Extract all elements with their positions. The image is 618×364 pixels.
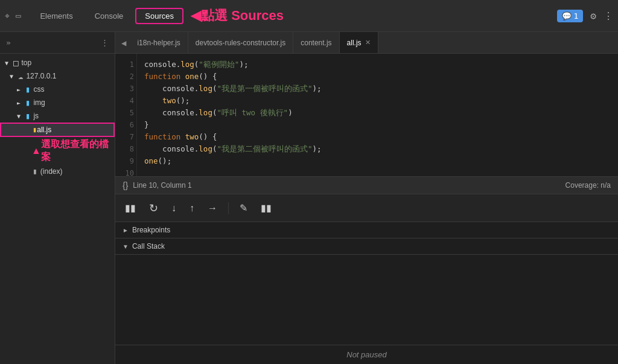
tab-label-content: content.js [301,39,331,47]
chat-icon: 💬 [562,11,572,21]
callstack-label: Call Stack [132,242,165,251]
breakpoints-header[interactable]: ► Breakpoints [115,222,618,238]
sources-annotation: ◀ 點選 Sources [191,7,284,25]
sidebar-more-icon[interactable]: ⋮ [101,38,109,47]
tab-label-alljs: all.js [347,39,362,47]
toolbar-right: 💬 1 ⚙ ⋮ [557,10,613,22]
notification-badge[interactable]: 💬 1 [557,10,584,22]
coverage-label: Coverage: n/a [565,181,611,190]
file-selection-annotation: ▲ 選取想查看的檔案 [0,137,115,165]
tree-label-server: 127.0.0.1 [26,72,56,80]
more-icon[interactable]: ⋮ [604,10,613,22]
js-folder-icon: ▮ [25,111,30,121]
chevron-right-img: ► [17,100,23,106]
tree-label-img: img [33,98,45,107]
tab-devtools[interactable]: devtools-rules-constructor.js [188,32,293,53]
tab-alljs[interactable]: all.js ✕ [340,32,378,53]
tree-label-top: top [21,59,31,67]
inspect-icon[interactable]: ▭ [16,11,21,21]
breakpoints-label: Breakpoints [132,226,170,234]
tree-css[interactable]: ► ▮ css [0,83,115,96]
sidebar-right-icons: ⋮ [101,38,109,47]
deactivate-btn[interactable]: ✎ [237,200,250,216]
main-toolbar: ⌖ ▭ Elements Console Sources ◀ 點選 Source… [0,0,618,32]
file-tree: ▼ □ top ▼ ☁ 127.0.0.1 ► ▮ css ► ▮ img [0,54,115,364]
sidebar-header: » ⋮ [0,32,115,54]
tab-label-devtools: devtools-rules-constructor.js [196,39,285,47]
callstack-chevron: ▼ [123,243,129,250]
file-annotation-label: 選取想查看的檔案 [41,138,110,164]
bottom-panels: ► Breakpoints ▼ Call Stack [115,222,618,345]
settings-icon[interactable]: ⚙ [590,10,596,22]
not-paused-text: Not paused [346,350,387,359]
editor-area: ◀ i18n-helper.js devtools-rules-construc… [115,32,618,364]
tab-console[interactable]: Console [85,8,133,24]
file-tabs: ◀ i18n-helper.js devtools-rules-construc… [115,32,618,54]
not-paused-bar: Not paused [115,345,618,364]
format-icon[interactable]: {} [123,180,128,190]
tree-top[interactable]: ▼ □ top [0,56,115,69]
tree-server[interactable]: ▼ ☁ 127.0.0.1 [0,69,115,83]
code-content[interactable]: console.log("範例開始"); function one() { co… [137,54,618,176]
sidebar: » ⋮ ▼ □ top ▼ ☁ 127.0.0.1 ► ▮ css [0,32,115,364]
tree-img[interactable]: ► ▮ img [0,96,115,109]
debug-sep1 [228,202,229,214]
tree-label-css: css [33,85,44,94]
cursor-position: Line 10, Column 1 [133,181,191,190]
img-folder-icon: ▮ [25,98,30,107]
code-editor[interactable]: 1 2 3 4 5 6 7 8 9 10 11 console.log("範例開… [115,54,618,176]
annotation-arrow: ◀ [191,8,201,24]
cursor-icon[interactable]: ⌖ [5,11,10,21]
cloud-icon: ☁ [18,71,23,81]
status-right: Coverage: n/a [565,181,611,190]
file-icon-index: ▮ [33,167,37,176]
tree-label-index: (index) [40,167,63,176]
status-bar: {} Line 10, Column 1 Coverage: n/a [115,176,618,194]
file-icon-alljs: ▮ [33,126,37,134]
pause-btn[interactable]: ▮▮ [123,200,138,216]
tab-nav-back[interactable]: ◀ [118,38,130,48]
folder-icon: □ [13,58,18,68]
tab-i18n[interactable]: i18n-helper.js [130,32,188,53]
toolbar-icons: ⌖ ▭ [5,11,21,21]
css-folder-icon: ▮ [25,85,30,94]
tree-label-alljs: all.js [37,126,51,134]
step-into-btn[interactable]: ↓ [169,200,179,216]
tree-index[interactable]: ▮ (index) [0,165,115,177]
chevron-down-js: ▼ [17,113,23,120]
chevron-down-icon-server: ▼ [10,73,16,80]
tab-elements[interactable]: Elements [30,8,82,24]
tree-alljs[interactable]: ▮ all.js [0,123,115,137]
callstack-header[interactable]: ▼ Call Stack [115,238,618,254]
breakpoints-section: ► Breakpoints [115,222,618,238]
debug-toolbar: ▮▮ ↻ ↓ ↑ → ✎ ▮▮ [115,194,618,222]
breakpoints-chevron: ► [123,227,129,234]
sidebar-expand-icon[interactable]: » [6,38,11,47]
breakpoint-btn[interactable]: ▮▮ [258,200,274,216]
tab-label-i18n: i18n-helper.js [137,39,180,47]
sidebar-left-icons: » [6,38,11,47]
tab-sources[interactable]: Sources [135,8,183,24]
tab-close-alljs[interactable]: ✕ [365,39,371,46]
status-left: {} Line 10, Column 1 [123,180,192,190]
chevron-right-css: ► [17,86,23,93]
main-tabs: Elements Console Sources ◀ 點選 Sources [30,7,556,25]
tab-content[interactable]: content.js [293,32,339,53]
line-numbers: 1 2 3 4 5 6 7 8 9 10 11 [115,54,137,176]
chevron-down-icon: ▼ [5,60,11,66]
step-out-btn[interactable]: ↑ [187,200,197,216]
callstack-section: ▼ Call Stack [115,238,618,255]
tree-js[interactable]: ▼ ▮ js [0,109,115,123]
main-area: » ⋮ ▼ □ top ▼ ☁ 127.0.0.1 ► ▮ css [0,32,618,364]
step-btn[interactable]: → [205,200,220,216]
tree-label-js: js [33,112,39,120]
annotation-label: 點選 Sources [201,7,284,25]
annotation-arrow2: ▲ [31,145,41,156]
badge-count: 1 [574,11,579,21]
step-over-btn[interactable]: ↻ [147,199,161,217]
